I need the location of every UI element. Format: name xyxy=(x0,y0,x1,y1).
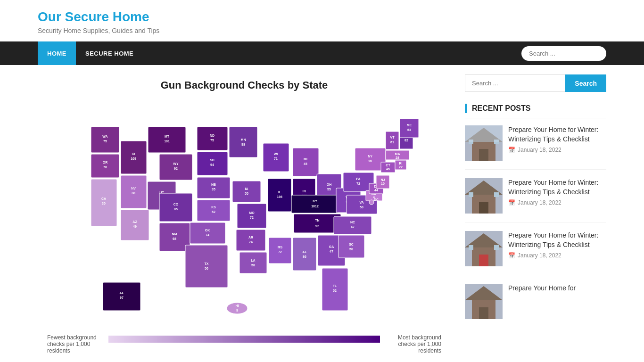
site-title[interactable]: Our Secure Home xyxy=(38,9,606,25)
svg-text:85: 85 xyxy=(174,207,178,211)
svg-text:NC: NC xyxy=(350,221,355,224)
svg-text:RI: RI xyxy=(399,162,403,165)
svg-text:198: 198 xyxy=(277,195,282,198)
svg-text:72: 72 xyxy=(278,250,282,254)
svg-rect-169 xyxy=(469,245,473,250)
svg-text:50: 50 xyxy=(349,247,353,251)
svg-text:ID: ID xyxy=(132,152,135,156)
post-date: 📅 January 18, 2022 xyxy=(508,199,606,206)
svg-text:71: 71 xyxy=(274,157,278,160)
svg-text:KS: KS xyxy=(211,206,216,209)
svg-rect-96 xyxy=(339,235,364,258)
svg-text:NJ: NJ xyxy=(381,178,385,181)
recent-posts-header: RECENT POSTS xyxy=(465,104,606,118)
svg-text:VA: VA xyxy=(359,201,363,204)
svg-text:IN: IN xyxy=(303,189,306,193)
nav-item-secure-home[interactable]: SECURE HOME xyxy=(76,41,143,65)
svg-text:72: 72 xyxy=(356,182,360,185)
post-title[interactable]: Prepare Your Home for Winter: Winterizin… xyxy=(508,231,606,249)
svg-text:WY: WY xyxy=(173,162,179,165)
svg-rect-78 xyxy=(293,238,316,271)
svg-text:WI: WI xyxy=(274,152,278,156)
nav-item-home[interactable]: HOME xyxy=(38,41,76,65)
post-title[interactable]: Prepare Your Home for Winter: Winterizin… xyxy=(508,125,606,144)
legend-gradient-bar xyxy=(108,336,380,343)
sidebar-search-input[interactable] xyxy=(465,74,565,92)
svg-text:CA: CA xyxy=(101,197,106,200)
svg-text:WA: WA xyxy=(102,135,107,138)
svg-text:HI: HI xyxy=(236,304,239,307)
svg-text:61: 61 xyxy=(390,140,394,144)
svg-text:OK: OK xyxy=(205,229,210,232)
sidebar-search-form: Search xyxy=(465,74,606,92)
svg-text:74: 74 xyxy=(249,240,253,244)
svg-text:16: 16 xyxy=(368,159,372,163)
svg-rect-155 xyxy=(479,149,488,161)
svg-text:55: 55 xyxy=(245,192,248,195)
svg-text:49: 49 xyxy=(133,225,137,228)
site-header: Our Secure Home Security Home Supplies, … xyxy=(0,0,644,41)
svg-text:CO: CO xyxy=(173,203,179,206)
map-container: Gun Background Checks by State .state { … xyxy=(38,74,451,359)
post-info: Prepare Your Home for xyxy=(508,284,606,319)
post-thumbnail[interactable] xyxy=(465,284,503,319)
svg-text:AZ: AZ xyxy=(132,220,137,223)
svg-rect-168 xyxy=(479,255,488,266)
svg-text:47: 47 xyxy=(351,225,355,229)
svg-text:68: 68 xyxy=(173,237,176,240)
legend-most: Most background checks per 1,000 residen… xyxy=(385,334,441,354)
post-item: Prepare Your Home for Winter: Winterizin… xyxy=(465,178,606,222)
svg-text:MO: MO xyxy=(249,211,255,214)
svg-text:TN: TN xyxy=(315,219,319,222)
svg-text:IA: IA xyxy=(245,187,248,190)
svg-text:74: 74 xyxy=(206,233,209,237)
main-content: Gun Background Checks by State .state { … xyxy=(0,65,644,362)
post-thumbnail[interactable] xyxy=(465,178,503,214)
svg-text:SD: SD xyxy=(210,158,215,162)
svg-rect-51 xyxy=(229,127,257,157)
svg-text:78: 78 xyxy=(103,165,107,169)
svg-text:GA: GA xyxy=(329,245,334,248)
svg-text:75: 75 xyxy=(210,139,214,142)
nav-search xyxy=(521,46,606,61)
svg-text:ND: ND xyxy=(210,134,215,137)
svg-text:109: 109 xyxy=(131,157,136,160)
svg-text:97: 97 xyxy=(120,296,124,299)
svg-text:NB: NB xyxy=(211,183,216,186)
post-thumbnail[interactable] xyxy=(465,231,503,266)
svg-text:9: 9 xyxy=(236,309,238,312)
post-item: Prepare Your Home for Winter: Winterizin… xyxy=(465,231,606,275)
sidebar-search-button[interactable]: Search xyxy=(565,74,606,92)
svg-rect-162 xyxy=(479,202,488,214)
svg-text:SC: SC xyxy=(349,243,354,246)
post-title[interactable]: Prepare Your Home for xyxy=(508,284,606,293)
content-area: Gun Background Checks by State .state { … xyxy=(38,74,451,359)
post-title[interactable]: Prepare Your Home for Winter: Winterizin… xyxy=(508,178,606,197)
main-nav: HOME SECURE HOME xyxy=(0,41,644,65)
svg-text:NY: NY xyxy=(368,155,372,158)
recent-posts-section: RECENT POSTS Prepare Your Home for xyxy=(465,104,606,328)
svg-text:86: 86 xyxy=(303,255,306,258)
site-tagline: Security Home Supplies, Guides and Tips xyxy=(38,27,606,34)
map-wrapper: .state { stroke: #fff; stroke-width: 1; … xyxy=(38,101,451,327)
svg-text:75: 75 xyxy=(103,140,107,143)
post-thumbnail[interactable] xyxy=(465,125,503,161)
svg-text:35: 35 xyxy=(212,188,215,191)
svg-text:45: 45 xyxy=(304,162,307,165)
post-date: 📅 January 18, 2022 xyxy=(508,147,606,153)
svg-text:45: 45 xyxy=(386,167,390,171)
sidebar: Search RECENT POSTS xyxy=(465,74,606,359)
nav-search-input[interactable] xyxy=(521,46,606,61)
svg-text:44: 44 xyxy=(374,189,378,192)
svg-text:MS: MS xyxy=(278,246,283,249)
svg-text:52: 52 xyxy=(212,210,215,214)
svg-text:VT: VT xyxy=(390,136,395,139)
post-info: Prepare Your Home for Winter: Winterizin… xyxy=(508,125,606,161)
svg-text:82: 82 xyxy=(405,139,408,142)
svg-text:NV: NV xyxy=(131,187,136,190)
svg-point-144 xyxy=(369,200,374,205)
svg-text:98: 98 xyxy=(241,143,245,146)
calendar-icon: 📅 xyxy=(508,199,515,206)
usa-map: .state { stroke: #fff; stroke-width: 1; … xyxy=(65,101,423,327)
svg-text:MI: MI xyxy=(304,157,307,161)
